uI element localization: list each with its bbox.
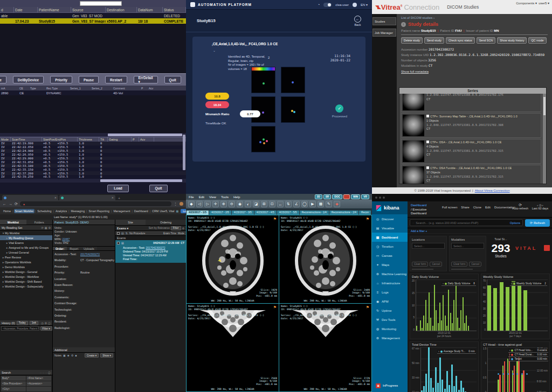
col-no-procedure[interactable]: No Procedure (129, 232, 146, 235)
bar[interactable] (423, 386, 425, 392)
nav-management[interactable]: Management (112, 209, 131, 213)
quit-button[interactable]: Quit (149, 185, 168, 192)
queue-row[interactable]: 17.04.23StudyB15Gen_V83_S7 Imagesx5693.A… (0, 18, 186, 24)
bar[interactable] (430, 318, 431, 331)
menu-icon[interactable]: ⋮ (174, 202, 177, 206)
legend-expand-icon[interactable]: › (509, 353, 510, 356)
additional-header[interactable]: Additional (54, 348, 67, 352)
info-icon[interactable]: ⓘ (48, 321, 51, 325)
scan-row[interactable]: IV22:42:35.150+0.5 +159.51.00 (0, 167, 186, 171)
sidebar-item-discover[interactable]: ◎Discover (372, 214, 408, 223)
back-icon[interactable]: ← (3, 202, 6, 206)
bar[interactable] (512, 281, 515, 331)
pan-tool-icon[interactable]: ✛ (212, 201, 219, 207)
measure-tool-icon[interactable]: ↔ (277, 201, 284, 207)
bar[interactable] (441, 320, 442, 331)
queue-col-header[interactable]: Date (14, 7, 38, 12)
bar-ct-head-duration[interactable] (523, 370, 525, 392)
forward-icon[interactable]: → (9, 202, 12, 206)
marker-tool-icon[interactable]: ◈ (334, 201, 340, 207)
scan-row[interactable]: IV22:42:26.950+0.5 +159.51.00 (0, 153, 186, 157)
scan-row[interactable]: IV22:42:22.850+0.5 +159.51.00 (0, 145, 186, 149)
search-plus-icon[interactable]: ◌ (43, 371, 44, 374)
col-exam-time[interactable]: Exam Time (163, 232, 176, 235)
tree-item[interactable]: ▾My Worklist (0, 230, 52, 235)
chart-plot[interactable] (420, 347, 477, 392)
bar[interactable] (487, 285, 491, 331)
delete-icon[interactable]: ■ (75, 354, 77, 357)
scan-vscrollbar[interactable] (183, 135, 185, 170)
series-table-row[interactable]: 2890CEDYNAMIC4D-Vol (0, 90, 186, 95)
bar[interactable] (448, 290, 449, 331)
refresh-button[interactable]: ⟳Refresh (525, 219, 550, 227)
cine-play-icon[interactable]: ▶ (309, 201, 316, 207)
bar[interactable] (460, 310, 461, 331)
queue-pause-button[interactable]: Pause (79, 76, 99, 83)
scan-row[interactable]: IV22:42:24.900+0.5 +159.51.00 (0, 149, 186, 153)
components-menu[interactable]: Components ▾ (516, 2, 537, 5)
value[interactable]: 2017042300272 (80, 253, 100, 256)
scan-row[interactable]: IV22:42:29.000+0.5 +159.51.00 (0, 157, 186, 160)
user-name[interactable]: clea-user (335, 3, 349, 6)
apps-icon[interactable]: ▦ (176, 209, 178, 213)
search-icon[interactable]: ◌ (40, 371, 42, 374)
bar[interactable] (506, 287, 509, 331)
legend-row[interactable]: ›CT Head Volu...0 exams (508, 348, 548, 353)
user-menu[interactable]: user5 ▾ (539, 2, 549, 5)
exams-dropdown[interactable]: Exams ▾ (117, 227, 128, 230)
bar[interactable] (460, 381, 462, 392)
tab-ordering[interactable]: Ordering (146, 220, 186, 225)
prev-series-icon[interactable]: ◁ (196, 201, 203, 207)
options-link[interactable]: Options (510, 221, 520, 225)
sort-label[interactable]: Sort by Relevance (149, 227, 170, 229)
search-field[interactable] (26, 387, 51, 391)
mic-icon[interactable]: ◈ (67, 354, 70, 357)
viewport-cell[interactable]: Name: StudyB15 (-)ID: 098591e7-4bc8-45d8… (187, 215, 279, 303)
filter-button[interactable]: Filter ▾ (40, 326, 52, 331)
bell-icon[interactable]: ◔ (318, 3, 320, 6)
queue-col-header[interactable]: PatientName (38, 7, 71, 12)
bar[interactable] (452, 323, 453, 331)
sidebar-item-monitoring[interactable]: ◍Monitoring (372, 324, 408, 333)
bar[interactable] (427, 323, 428, 331)
viewport-cell[interactable]: Name: StudyB15 (-)ID: 098591e7-4bc8-45d8… (279, 215, 371, 303)
reload-icon[interactable]: ⟳ (15, 202, 18, 206)
sidebar-item-dev-tools[interactable]: ⚒Dev Tools (372, 315, 408, 324)
queue-col-header[interactable]: DataNum (137, 7, 163, 12)
bar[interactable] (443, 295, 444, 331)
bar[interactable] (422, 328, 423, 331)
sidebar-item-logs[interactable]: ≡Logs (372, 288, 408, 297)
sidebar-tab-job-manager[interactable]: Job Manager (372, 29, 396, 37)
tree-item[interactable]: ▸Worklist Design - Subspecialty (0, 284, 52, 289)
bar[interactable] (445, 316, 446, 331)
queue-filter-input[interactable] (80, 1, 122, 6)
refresh-icon[interactable]: ⟳ (42, 226, 44, 229)
sidebar-item-dashboard[interactable]: ▦Dashboard (372, 233, 408, 242)
series-grid-icon[interactable]: ▦ (318, 201, 324, 207)
series-checkbox[interactable] (426, 115, 429, 117)
queue-priority-button[interactable]: Priority (50, 76, 72, 83)
legend-row[interactable]: ›Average Study Ti...0 min (437, 349, 476, 354)
series-item[interactable]: 131 Objects1.2.840.113747.1579713388.8.9… (401, 94, 541, 112)
sidebar-item-apm[interactable]: ◉APM (372, 297, 408, 306)
menu-help[interactable]: Help (233, 195, 240, 199)
chevron-down-icon[interactable]: ⌄ (213, 48, 216, 52)
bar[interactable] (468, 326, 469, 331)
bar[interactable] (453, 300, 454, 331)
mode-sr-button[interactable]: SR (323, 194, 332, 199)
language-select[interactable]: EN ▾ (361, 3, 368, 6)
flag-icon[interactable]: ⚑ (273, 217, 277, 221)
action-full-screen[interactable]: Full screen (442, 206, 457, 209)
brain-thumbnail[interactable] (281, 67, 305, 93)
tree-item[interactable]: ▸Worklist Design - Workflow (0, 274, 52, 279)
modalities-cancel-button[interactable]: Cancel (469, 262, 481, 267)
browser-tab[interactable]: ✕ (2, 195, 58, 200)
tree-item[interactable]: ▸Operations Worklists (0, 260, 52, 264)
search-adv-icon[interactable]: ◌ (45, 371, 47, 374)
sidebar-item-canvas[interactable]: ▭Canvas (372, 251, 408, 260)
flag-icon[interactable]: ⚑ (273, 305, 277, 310)
queue-te-button[interactable]: te (0, 76, 6, 83)
legend-row[interactable]: ›Daily Study Volume8 (441, 282, 476, 286)
bar-ct-head-duration[interactable] (514, 366, 515, 392)
left-tab-worklist[interactable]: Worklist (0, 220, 26, 225)
